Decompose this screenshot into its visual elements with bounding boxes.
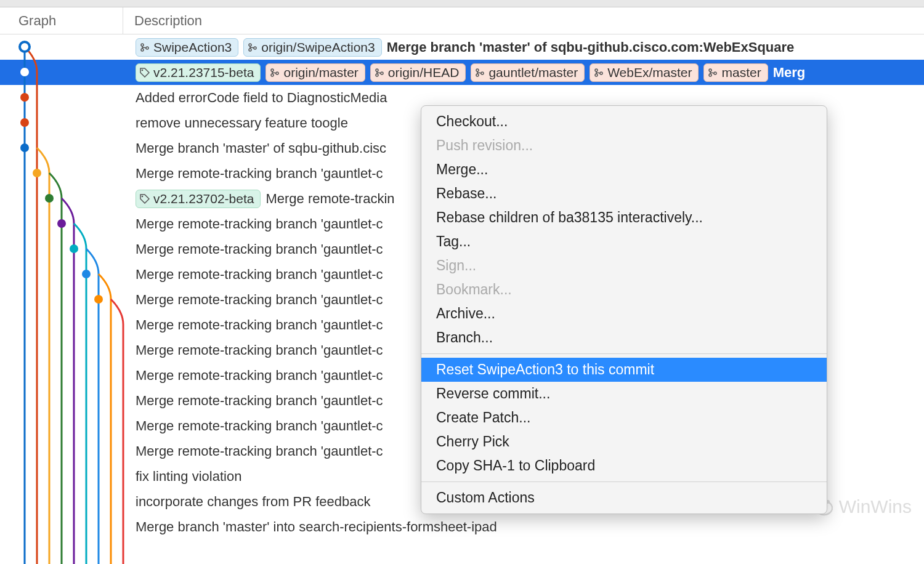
branch-icon — [140, 42, 150, 52]
tag-icon — [140, 68, 150, 78]
menu-item[interactable]: Merge... — [421, 158, 827, 182]
watermark-text: WinWins — [839, 496, 912, 517]
menu-item[interactable]: Checkout... — [421, 110, 827, 134]
commit-message: Merg — [773, 65, 806, 81]
ref-badge[interactable]: v2.21.23715-beta — [136, 63, 261, 82]
branch-icon — [375, 68, 384, 78]
menu-item[interactable]: Rebase children of ba38135 interactively… — [421, 206, 827, 230]
svg-point-33 — [714, 72, 716, 75]
branch-icon — [594, 68, 604, 78]
ref-badge[interactable]: gauntlet/master — [471, 63, 585, 82]
svg-point-3 — [20, 93, 29, 102]
content-area: SwipeAction3origin/SwipeAction3Merge bra… — [0, 34, 924, 564]
commit-message: Merge remote-tracking branch 'gauntlet-c — [136, 267, 383, 283]
menu-item[interactable]: Tag... — [421, 230, 827, 254]
svg-point-23 — [376, 74, 378, 76]
column-header-row: Graph Description — [0, 7, 924, 34]
svg-point-19 — [271, 69, 274, 71]
menu-item: Sign... — [421, 254, 827, 278]
svg-point-5 — [20, 143, 29, 152]
commit-message: Merge branch 'master' of sqbu-github.cis… — [136, 140, 386, 156]
menu-separator — [421, 353, 827, 354]
menu-separator — [421, 481, 827, 482]
ref-label: origin/SwipeAction3 — [261, 40, 375, 55]
branch-icon — [270, 68, 280, 78]
commit-message: Added errorCode field to DiagnosticMedia — [136, 90, 387, 106]
svg-point-26 — [476, 74, 479, 76]
svg-point-25 — [476, 69, 479, 71]
svg-point-13 — [141, 49, 144, 51]
svg-point-27 — [481, 72, 484, 75]
ref-badge[interactable]: SwipeAction3 — [136, 38, 238, 57]
svg-point-15 — [249, 44, 251, 46]
ref-label: master — [721, 65, 761, 80]
commit-message: Merge remote-tracking branch 'gauntlet-c — [136, 241, 383, 257]
menu-item[interactable]: Copy SHA-1 to Clipboard — [421, 454, 827, 478]
commit-message: Merge remote-tracking branch 'gauntlet-c — [136, 292, 383, 308]
menu-item[interactable]: Reverse commit... — [421, 382, 827, 406]
commit-message: Merge remote-tracking branch 'gauntlet-c — [136, 393, 383, 409]
svg-point-24 — [381, 72, 383, 75]
header-graph[interactable]: Graph — [0, 7, 123, 34]
svg-point-10 — [82, 270, 91, 278]
menu-item[interactable]: Cherry Pick — [421, 430, 827, 454]
svg-point-20 — [271, 74, 274, 76]
graph-column — [0, 34, 132, 564]
menu-item[interactable]: Create Patch... — [421, 406, 827, 430]
commit-row[interactable]: Merge branch 'master' into search-recipi… — [132, 514, 924, 539]
commit-message: Merge remote-trackin — [265, 191, 394, 207]
ref-badge[interactable]: origin/SwipeAction3 — [243, 38, 381, 57]
branch-icon — [475, 68, 485, 78]
ref-badge[interactable]: origin/master — [265, 63, 365, 82]
ref-badge[interactable]: master — [703, 63, 768, 82]
svg-point-29 — [595, 74, 598, 76]
toolbar-area — [0, 0, 924, 7]
menu-item[interactable]: Rebase... — [421, 182, 827, 206]
ref-badge[interactable]: WebEx/master — [590, 63, 699, 82]
menu-item[interactable]: Custom Actions — [421, 486, 827, 510]
context-menu[interactable]: Checkout...Push revision...Merge...Rebas… — [421, 105, 827, 514]
menu-item: Bookmark... — [421, 278, 827, 302]
ref-label: v2.21.23702-beta — [153, 191, 254, 206]
svg-point-1 — [22, 44, 27, 49]
svg-point-11 — [94, 295, 103, 304]
commit-message: Merge remote-tracking branch 'gauntlet-c — [136, 166, 383, 182]
svg-point-16 — [249, 49, 251, 51]
menu-item[interactable]: Archive... — [421, 302, 827, 326]
header-description[interactable]: Description — [123, 7, 202, 34]
branch-icon — [248, 42, 257, 52]
svg-point-28 — [595, 69, 598, 71]
svg-point-32 — [709, 74, 711, 76]
commit-message: Merge branch 'master' of sqbu-github.cis… — [387, 39, 795, 55]
svg-point-0 — [20, 42, 30, 52]
svg-point-6 — [33, 169, 41, 177]
commit-message: Merge remote-tracking branch 'gauntlet-c — [136, 317, 383, 333]
ref-label: origin/HEAD — [388, 65, 460, 80]
svg-point-30 — [600, 72, 602, 75]
commit-message: remove unnecessary feature toogle — [136, 115, 348, 131]
commit-graph — [0, 34, 132, 564]
branch-icon — [708, 68, 718, 78]
commit-row[interactable]: v2.21.23715-betaorigin/masterorigin/HEAD… — [132, 60, 924, 85]
ref-label: WebEx/master — [607, 65, 692, 80]
commit-row[interactable]: SwipeAction3origin/SwipeAction3Merge bra… — [132, 34, 924, 60]
svg-point-2 — [20, 68, 29, 76]
menu-item: Push revision... — [421, 134, 827, 158]
ref-badge[interactable]: origin/HEAD — [370, 63, 466, 82]
svg-point-34 — [142, 195, 144, 197]
commit-message: Merge remote-tracking branch 'gauntlet-c — [136, 418, 383, 434]
commit-message: Merge remote-tracking branch 'gauntlet-c — [136, 368, 383, 384]
svg-point-9 — [70, 244, 78, 253]
commit-message: Merge remote-tracking branch 'gauntlet-c — [136, 443, 383, 459]
menu-item[interactable]: Reset SwipeAction3 to this commit — [421, 358, 827, 382]
commit-message: fix linting violation — [136, 469, 241, 485]
svg-point-4 — [20, 118, 29, 127]
svg-point-21 — [276, 72, 278, 75]
commit-message: Merge branch 'master' into search-recipi… — [136, 519, 497, 535]
tag-icon — [140, 194, 150, 204]
svg-point-17 — [254, 47, 256, 49]
ref-badge[interactable]: v2.21.23702-beta — [136, 190, 261, 208]
svg-point-12 — [141, 44, 144, 46]
commit-message: Merge remote-tracking branch 'gauntlet-c — [136, 342, 383, 358]
menu-item[interactable]: Branch... — [421, 326, 827, 350]
